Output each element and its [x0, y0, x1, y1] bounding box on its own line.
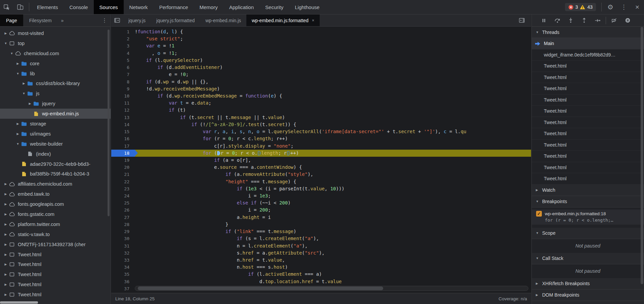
tree-item-storage[interactable]: ▶storage	[0, 119, 111, 129]
line-number[interactable]: 32	[111, 250, 135, 257]
device-toolbar-icon[interactable]	[13, 0, 27, 14]
code-line-text[interactable]: if (a = o[r],	[135, 157, 531, 164]
chevron-down-icon[interactable]: ▼	[21, 92, 27, 95]
tree-item-tweet-html[interactable]: ▶Tweet.html	[0, 269, 111, 279]
line-number[interactable]: 11	[111, 100, 135, 107]
navigator-menu-icon[interactable]: ⋮	[102, 17, 107, 24]
editor-tab-jquery-js[interactable]: jquery.js	[123, 14, 151, 26]
chevron-right-icon[interactable]: ▶	[15, 132, 21, 136]
line-number[interactable]: 31	[111, 242, 135, 250]
collapse-navigator-icon[interactable]	[111, 18, 123, 23]
section-threads[interactable]: ▼Threads	[532, 27, 644, 38]
chevron-right-icon[interactable]: ▶	[3, 32, 9, 35]
section-breakpoints[interactable]: ▼Breakpoints	[532, 196, 644, 207]
line-number[interactable]: 24	[111, 192, 135, 199]
chevron-right-icon[interactable]: ▶	[3, 273, 9, 276]
code-line-text[interactable]: if (!/[^a-zA-Z0-9]/.test(t.secret)) {	[135, 121, 531, 128]
line-number[interactable]: 1	[111, 28, 135, 35]
tree-item-fonts-googleapis-com[interactable]: ▶fonts.googleapis.com	[0, 199, 111, 209]
line-number[interactable]: 29	[111, 228, 135, 235]
expand-debugger-pane-icon[interactable]	[516, 18, 528, 23]
inline-breakpoint-marker-active[interactable]	[217, 151, 220, 155]
inline-breakpoint-marker[interactable]	[258, 151, 261, 155]
tab-console[interactable]: Console	[64, 0, 94, 14]
tree-item-adae2970-322c-4eb9-b6d3-[interactable]: adae2970-322c-4eb9-b6d3-	[0, 159, 111, 169]
tree-item-most-visited[interactable]: ▶most-visited	[0, 28, 111, 38]
tree-item-chemicloud-com[interactable]: ▼chemicloud.com	[0, 48, 111, 59]
tree-item-lib[interactable]: ▼lib	[0, 69, 111, 79]
code-line-text[interactable]: n = l.createElement("a"),	[135, 242, 531, 250]
tab-filesystem[interactable]: Filesystem	[23, 14, 58, 26]
tree-item-platform-twitter-com[interactable]: ▶platform.twitter.com	[0, 219, 111, 229]
code-line-text[interactable]: if (d.addEventListener)	[135, 64, 531, 71]
line-number[interactable]: 13	[111, 114, 135, 121]
code-line-text[interactable]: else if (~~i < 200)	[135, 199, 531, 206]
code-line-text[interactable]: i = 1e3;	[135, 192, 531, 199]
chevron-right-icon[interactable]: ▶	[21, 82, 27, 85]
step-icon[interactable]	[591, 15, 604, 26]
line-number[interactable]: 3	[111, 42, 135, 49]
code-line-text[interactable]: n.host === s.host)	[135, 264, 531, 271]
tree-item-css-dist-block-library[interactable]: ▶css/dist/block-library	[0, 78, 111, 88]
code-line-text[interactable]: for (r = 0; r < c.length; r++)	[135, 135, 531, 142]
line-number[interactable]: 20	[111, 164, 135, 171]
tab-performance[interactable]: Performance	[154, 0, 194, 14]
thread-main[interactable]: Main	[532, 38, 644, 49]
code-line-text[interactable]: "use strict";	[135, 35, 531, 42]
tab-page[interactable]: Page	[0, 14, 23, 26]
line-number[interactable]: 2	[111, 35, 135, 42]
chevron-right-icon[interactable]: ▶	[3, 223, 9, 226]
line-number[interactable]: 25	[111, 199, 135, 206]
line-number[interactable]: 33	[111, 257, 135, 264]
tab-security[interactable]: Security	[259, 0, 289, 14]
code-line-text[interactable]: if (a.removeAttribute("style"),	[135, 171, 531, 178]
code-line-text[interactable]: !function(d, l) {	[135, 28, 531, 35]
code-line-text[interactable]: !d.wp.receiveEmbedMessage)	[135, 85, 531, 92]
tree-item-fonts-gstatic-com[interactable]: ▶fonts.gstatic.com	[0, 209, 111, 219]
tree-vertical-scrollbar[interactable]	[108, 30, 110, 216]
tab-network[interactable]: Network	[124, 0, 154, 14]
line-number[interactable]: 34	[111, 264, 135, 271]
code-line-text[interactable]: if (t)	[135, 107, 531, 114]
code-line-text[interactable]: }	[135, 221, 531, 228]
close-devtools-icon[interactable]: ✕	[631, 0, 644, 14]
chevron-down-icon[interactable]: ▼	[15, 72, 21, 75]
pause-on-exceptions-icon[interactable]	[621, 15, 634, 26]
line-number[interactable]: 9	[111, 85, 135, 92]
code-line-text[interactable]: c[r].style.display = "none";	[135, 143, 531, 150]
tree-item-wp-embed-min-js[interactable]: wp-embed.min.js	[0, 109, 111, 119]
line-number[interactable]: 22	[111, 178, 135, 185]
deactivate-breakpoints-icon[interactable]	[607, 15, 621, 26]
tree-horizontal-scrollbar[interactable]	[0, 301, 38, 304]
tree-item-jquery[interactable]: ▶jquery	[0, 99, 111, 109]
line-number[interactable]: 27	[111, 214, 135, 221]
line-number[interactable]: 28	[111, 221, 135, 228]
tree-item-js[interactable]: ▼js	[0, 88, 111, 99]
chevron-right-icon[interactable]: ▶	[27, 102, 33, 105]
code-line-text[interactable]: if (d.wp = d.wp || {},	[135, 78, 531, 85]
issues-badge[interactable]: 3 43	[565, 3, 596, 11]
code-line-text[interactable]: if (l.querySelector)	[135, 57, 531, 64]
inspect-element-icon[interactable]	[0, 0, 13, 14]
code-line-text[interactable]: e.source === a.contentWindow) {	[135, 164, 531, 171]
thread-tweet-html[interactable]: Tweet.html	[532, 61, 644, 72]
code-line-text[interactable]: d.top.location.href = t.value	[135, 278, 531, 285]
section-scope[interactable]: ▼Scope	[532, 228, 644, 239]
thread-tweet-html[interactable]: Tweet.html	[532, 72, 644, 83]
section-call-stack[interactable]: ▼Call Stack	[532, 253, 644, 264]
line-number[interactable]: 37	[111, 285, 135, 292]
breakpoint-entry[interactable]: ✓ wp-embed.min.js:formatted:18 for (r = …	[532, 210, 644, 225]
code-line-text[interactable]: if (l.activeElement === a)	[135, 271, 531, 278]
section-global-listeners[interactable]: ▶Global Listeners	[532, 301, 644, 304]
chevron-right-icon[interactable]: ▶	[3, 192, 9, 196]
more-tabs-chevron[interactable]: »	[58, 18, 67, 23]
step-out-icon[interactable]	[577, 15, 591, 26]
thread-tweet-html[interactable]: Tweet.html	[532, 128, 644, 140]
tree-item-embed-tawk-to[interactable]: ▶embed.tawk.to	[0, 189, 111, 199]
line-number[interactable]: 16	[111, 135, 135, 142]
tab-elements[interactable]: Elements	[31, 0, 64, 14]
editor-tab-wp-embed-min-js[interactable]: wp-embed.min.js	[200, 14, 246, 26]
tree-item-static-v-tawk-to[interactable]: ▶static-v.tawk.to	[0, 229, 111, 239]
tree-item-tweet-html[interactable]: ▶Tweet.html	[0, 259, 111, 269]
code-line-text[interactable]: n.href = t.value,	[135, 257, 531, 264]
